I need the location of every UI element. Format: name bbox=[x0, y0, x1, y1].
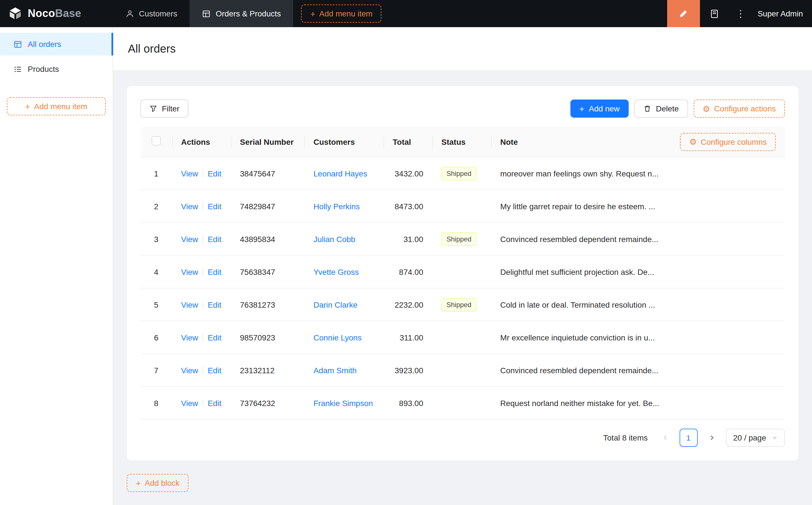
row-actions-cell: View Edit bbox=[172, 333, 231, 342]
logo[interactable]: NocoBase bbox=[0, 6, 91, 21]
sidebar-item-label: Products bbox=[28, 64, 59, 73]
customer-link[interactable]: Frankie Simpson bbox=[313, 398, 373, 407]
view-link[interactable]: View bbox=[181, 202, 198, 211]
edit-link[interactable]: Edit bbox=[208, 398, 221, 407]
chevron-left-icon bbox=[662, 435, 668, 441]
action-divider bbox=[202, 301, 203, 309]
edit-link[interactable]: Edit bbox=[208, 234, 221, 243]
user-menu[interactable]: Super Admin bbox=[752, 9, 812, 18]
serial-number: 23132112 bbox=[231, 366, 304, 375]
action-divider bbox=[202, 366, 203, 374]
prev-page-button[interactable] bbox=[656, 429, 674, 447]
logo-text-primary: Noco bbox=[28, 7, 55, 19]
toolbar-right: + Add new bbox=[570, 100, 785, 118]
table-header-row: Actions Serial Number Customers Total St… bbox=[140, 127, 785, 157]
edit-link[interactable]: Edit bbox=[208, 333, 221, 342]
page-number-button[interactable]: 1 bbox=[679, 429, 697, 447]
frame: All orders Products + Add menu bbox=[0, 27, 812, 505]
row-actions-cell: View Edit bbox=[172, 366, 231, 375]
page-header: All orders bbox=[113, 27, 812, 70]
view-link[interactable]: View bbox=[181, 366, 198, 375]
sidebar-add-menu-item-button[interactable]: + Add menu item bbox=[7, 97, 106, 115]
plus-icon: + bbox=[136, 479, 141, 487]
status-tag: Shipped bbox=[441, 298, 477, 311]
edit-link[interactable]: Edit bbox=[208, 202, 221, 211]
trash-icon bbox=[643, 105, 651, 113]
delete-button[interactable]: Delete bbox=[634, 100, 688, 118]
total-items-label: Total 8 items bbox=[603, 433, 648, 442]
kebab-menu-icon: ⋮ bbox=[736, 8, 746, 19]
column-header-note: Note bbox=[491, 137, 680, 146]
customer-link[interactable]: Darin Clarke bbox=[313, 300, 358, 309]
action-divider bbox=[202, 169, 203, 177]
ui-editor-button[interactable] bbox=[667, 0, 700, 27]
sidebar: All orders Products + Add menu bbox=[0, 27, 113, 505]
column-header-total: Total bbox=[384, 137, 432, 146]
select-all-checkbox[interactable] bbox=[152, 136, 161, 145]
table-body: 1 View Edit 38475647 Leonard Hayes 3432.… bbox=[140, 157, 785, 419]
row-actions-cell: View Edit bbox=[172, 267, 231, 276]
delete-label: Delete bbox=[656, 104, 679, 113]
action-divider bbox=[202, 399, 203, 407]
more-button[interactable]: ⋮ bbox=[729, 0, 752, 27]
serial-number: 73764232 bbox=[231, 398, 304, 407]
row-actions-cell: View Edit bbox=[172, 234, 231, 243]
customer-link[interactable]: Connie Lyons bbox=[313, 333, 362, 342]
app-root: NocoBase Customers bbox=[0, 0, 812, 505]
customer-link[interactable]: Adam Smith bbox=[313, 366, 357, 375]
logo-text: NocoBase bbox=[28, 7, 81, 20]
topbar-right: ⋮ Super Admin bbox=[667, 0, 812, 27]
add-new-label: Add new bbox=[589, 104, 620, 113]
view-link[interactable]: View bbox=[181, 234, 198, 243]
table-row: 7 View Edit 23132112 Adam Smith 3923.00 … bbox=[140, 354, 785, 387]
row-index: 4 bbox=[140, 267, 172, 276]
header-configure-cell: ⚙ Configure columns bbox=[680, 133, 785, 151]
row-index: 7 bbox=[140, 366, 172, 375]
edit-link[interactable]: Edit bbox=[208, 169, 221, 178]
edit-link[interactable]: Edit bbox=[208, 267, 221, 276]
total-value: 31.00 bbox=[384, 234, 432, 243]
next-page-button[interactable] bbox=[702, 429, 721, 447]
row-actions-cell: View Edit bbox=[172, 398, 231, 407]
topbar-add-menu-item-button[interactable]: + Add menu item bbox=[301, 5, 382, 23]
view-link[interactable]: View bbox=[181, 398, 198, 407]
filter-button[interactable]: Filter bbox=[140, 100, 188, 118]
edit-link[interactable]: Edit bbox=[208, 366, 221, 375]
customer-link[interactable]: Julian Cobb bbox=[313, 234, 355, 243]
view-link[interactable]: View bbox=[181, 267, 198, 276]
main: All orders Filter bbox=[113, 27, 812, 505]
column-header-status: Status bbox=[432, 137, 491, 146]
view-link[interactable]: View bbox=[181, 300, 198, 309]
content: Filter + Add new bbox=[113, 70, 812, 505]
view-link[interactable]: View bbox=[181, 333, 198, 342]
add-block-wrap: + Add block bbox=[127, 474, 798, 492]
orders-table-icon bbox=[14, 40, 22, 48]
table-row: 5 View Edit 76381273 Darin Clarke 2232.0… bbox=[140, 289, 785, 321]
top-menu-item-customers[interactable]: Customers bbox=[113, 0, 189, 27]
sidebar-item-products[interactable]: Products bbox=[0, 58, 113, 80]
configure-actions-button[interactable]: ⚙ Configure actions bbox=[693, 100, 785, 118]
plus-icon: + bbox=[579, 104, 584, 113]
total-value: 311.00 bbox=[384, 333, 432, 342]
serial-number: 43895834 bbox=[231, 234, 304, 243]
edit-link[interactable]: Edit bbox=[208, 300, 221, 309]
serial-number: 38475647 bbox=[231, 169, 304, 178]
page-size-value: 20 / page bbox=[733, 433, 766, 442]
docs-button[interactable] bbox=[700, 0, 729, 27]
customer-link[interactable]: Holly Perkins bbox=[313, 202, 360, 211]
sidebar-item-all-orders[interactable]: All orders bbox=[0, 33, 113, 55]
top-menu-item-orders-products[interactable]: Orders & Products bbox=[189, 0, 293, 27]
add-new-button[interactable]: + Add new bbox=[570, 100, 629, 118]
add-block-label: Add block bbox=[145, 478, 180, 488]
user-name: Super Admin bbox=[758, 9, 803, 18]
view-link[interactable]: View bbox=[181, 169, 198, 178]
chevron-right-icon bbox=[709, 435, 714, 441]
configure-columns-button[interactable]: ⚙ Configure columns bbox=[680, 133, 776, 151]
table-row: 1 View Edit 38475647 Leonard Hayes 3432.… bbox=[140, 157, 785, 190]
customer-link[interactable]: Leonard Hayes bbox=[313, 169, 367, 178]
page-size-select[interactable]: 20 / page bbox=[726, 429, 785, 447]
row-actions-cell: View Edit bbox=[172, 202, 231, 211]
add-block-button[interactable]: + Add block bbox=[127, 474, 189, 492]
customer-link[interactable]: Yvette Gross bbox=[313, 267, 359, 276]
caret-down-icon bbox=[772, 435, 778, 441]
